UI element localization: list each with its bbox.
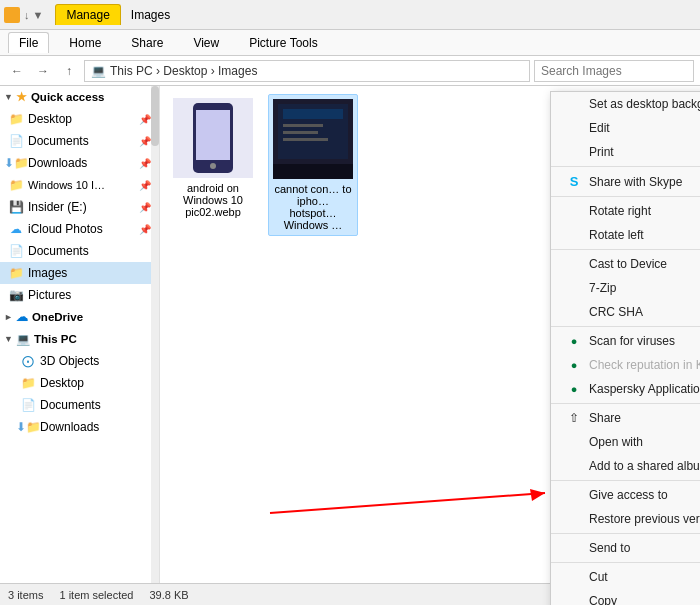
- status-size: 39.8 KB: [149, 589, 188, 601]
- ctx-crcsha[interactable]: CRC SHA ►: [551, 300, 700, 324]
- ctx-7zip[interactable]: 7-Zip ►: [551, 276, 700, 300]
- ctx-cast[interactable]: Cast to Device ►: [551, 252, 700, 276]
- ctx-cut[interactable]: Cut: [551, 565, 700, 589]
- sidebar-item-label: iCloud Photos: [28, 222, 103, 236]
- ribbon: File Home Share View Picture Tools: [0, 30, 700, 56]
- ribbon-share[interactable]: Share: [121, 33, 173, 53]
- ctx-label: Rotate right: [589, 204, 651, 218]
- sidebar-item-downloads2[interactable]: ⬇📁 Downloads: [0, 416, 159, 438]
- pin-icon: 📌: [139, 136, 151, 147]
- svg-line-11: [270, 493, 545, 513]
- search-input[interactable]: [534, 60, 694, 82]
- sidebar-item-documents[interactable]: 📄 Documents 📌: [0, 130, 159, 152]
- pin-icon: 📌: [139, 224, 151, 235]
- folder-icon: 📁: [8, 111, 24, 127]
- ctx-sep-3: [551, 249, 700, 250]
- ctx-send-to[interactable]: Send to ►: [551, 536, 700, 560]
- folder-icon: 📁: [8, 177, 24, 193]
- ctx-sep-7: [551, 533, 700, 534]
- file-area: android on Windows 10 pic02.webp cannot …: [160, 86, 700, 583]
- context-menu: Set as desktop background Edit Print S S…: [550, 91, 700, 605]
- ctx-label: Copy: [589, 594, 617, 605]
- ctx-label: Rotate left: [589, 228, 644, 242]
- ctx-set-desktop[interactable]: Set as desktop background: [551, 92, 700, 116]
- ctx-label: CRC SHA: [589, 305, 643, 319]
- arrow-pointer: [260, 483, 560, 523]
- ctx-copy[interactable]: Copy: [551, 589, 700, 605]
- sidebar-section-onedrive[interactable]: ► ☁ OneDrive: [0, 306, 159, 328]
- ctx-advisor[interactable]: ● Kaspersky Application Advisor: [551, 377, 700, 401]
- breadcrumb-path[interactable]: This PC › Desktop › Images: [110, 64, 257, 78]
- pin-icon: 📌: [139, 180, 151, 191]
- sidebar-item-windows10[interactable]: 📁 Windows 10 I… 📌: [0, 174, 159, 196]
- back-button[interactable]: ←: [6, 60, 28, 82]
- sidebar-item-pictures[interactable]: 📷 Pictures: [0, 284, 159, 306]
- ctx-sep-5: [551, 403, 700, 404]
- pin-icon: 📌: [139, 158, 151, 169]
- up-button[interactable]: ↑: [58, 60, 80, 82]
- ctx-add-album[interactable]: Add to a shared album ►: [551, 454, 700, 478]
- file-item-android[interactable]: android on Windows 10 pic02.webp: [168, 94, 258, 236]
- ctx-give-access[interactable]: Give access to ►: [551, 483, 700, 507]
- kaspersky-icon: ●: [565, 335, 583, 347]
- svg-rect-8: [283, 131, 318, 134]
- ctx-rotate-right[interactable]: Rotate right: [551, 199, 700, 223]
- svg-rect-2: [196, 110, 230, 160]
- sidebar-item-images[interactable]: 📁 Images: [0, 262, 159, 284]
- sidebar-item-label: Downloads: [28, 156, 87, 170]
- sidebar-item-insider[interactable]: 💾 Insider (E:) 📌: [0, 196, 159, 218]
- ribbon-picture-tools[interactable]: Picture Tools: [239, 33, 327, 53]
- sidebar-item-label: Documents: [40, 398, 101, 412]
- sidebar-section-thispc[interactable]: ▼ 💻 This PC: [0, 328, 159, 350]
- pin-icon: 📌: [139, 114, 151, 125]
- sidebar-item-3dobjects[interactable]: ⨀ 3D Objects: [0, 350, 159, 372]
- star-icon: ★: [16, 90, 27, 104]
- sidebar-item-documents3[interactable]: 📄 Documents: [0, 394, 159, 416]
- file-label-android: android on Windows 10 pic02.webp: [172, 182, 254, 218]
- ctx-label: Share with Skype: [589, 175, 682, 189]
- main-layout: ▼ ★ Quick access 📁 Desktop 📌 📄 Documents…: [0, 86, 700, 583]
- ctx-sep-1: [551, 166, 700, 167]
- share-icon: ⇧: [565, 411, 583, 425]
- ribbon-home[interactable]: Home: [59, 33, 111, 53]
- folder-icon: 📄: [20, 397, 36, 413]
- ctx-rotate-left[interactable]: Rotate left: [551, 223, 700, 247]
- ctx-label: Check reputation in KSN: [589, 358, 700, 372]
- sidebar-item-desktop2[interactable]: 📁 Desktop: [0, 372, 159, 394]
- ribbon-view[interactable]: View: [183, 33, 229, 53]
- ctx-open-with[interactable]: Open with ►: [551, 430, 700, 454]
- ctx-restore-versions[interactable]: Restore previous versions: [551, 507, 700, 531]
- sidebar-item-desktop[interactable]: 📁 Desktop 📌: [0, 108, 159, 130]
- sidebar: ▼ ★ Quick access 📁 Desktop 📌 📄 Documents…: [0, 86, 160, 583]
- quick-access-toolbar: ↓ ▼: [24, 9, 43, 21]
- quick-access-label: Quick access: [31, 91, 105, 103]
- tab-images[interactable]: Images: [121, 5, 180, 25]
- ctx-skype[interactable]: S Share with Skype: [551, 169, 700, 194]
- address-bar: ← → ↑ 💻 This PC › Desktop › Images: [0, 56, 700, 86]
- forward-button[interactable]: →: [32, 60, 54, 82]
- sidebar-item-icloud[interactable]: ☁ iCloud Photos 📌: [0, 218, 159, 240]
- sidebar-scroll-thumb[interactable]: [151, 86, 159, 146]
- sidebar-section-quick-access[interactable]: ▼ ★ Quick access: [0, 86, 159, 108]
- sidebar-item-documents2[interactable]: 📄 Documents: [0, 240, 159, 262]
- file-item-hotspot[interactable]: cannot con… to ipho… hotspot… Windows …: [268, 94, 358, 236]
- status-selected: 1 item selected: [59, 589, 133, 601]
- ctx-sep-6: [551, 480, 700, 481]
- ctx-sep-2: [551, 196, 700, 197]
- sidebar-scroll: [151, 86, 159, 583]
- ctx-label: Set as desktop background: [589, 97, 700, 111]
- drive-icon: 💾: [8, 199, 24, 215]
- svg-rect-9: [283, 138, 328, 141]
- ctx-share[interactable]: ⇧ Share: [551, 406, 700, 430]
- sidebar-item-downloads[interactable]: ⬇📁 Downloads 📌: [0, 152, 159, 174]
- thumb-android: [173, 98, 253, 178]
- tab-manage[interactable]: Manage: [55, 4, 120, 25]
- download-folder-icon: ⬇📁: [8, 155, 24, 171]
- ctx-print[interactable]: Print: [551, 140, 700, 164]
- ribbon-file[interactable]: File: [8, 32, 49, 53]
- ctx-scan[interactable]: ● Scan for viruses: [551, 329, 700, 353]
- ctx-label: Scan for viruses: [589, 334, 675, 348]
- onedrive-label: OneDrive: [32, 311, 83, 323]
- thispc-label: This PC: [34, 333, 77, 345]
- ctx-edit[interactable]: Edit: [551, 116, 700, 140]
